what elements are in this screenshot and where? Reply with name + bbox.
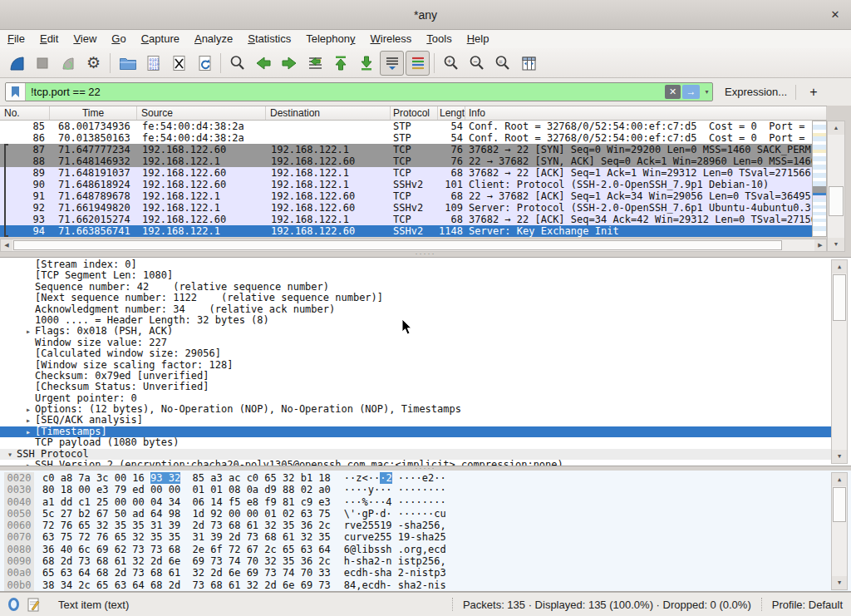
open-file-button[interactable] [115,51,139,76]
hex-row[interactable]: 0040a1 dd c1 25 00 00 04 34 06 14 f5 e8 … [0,496,851,508]
hex-bytes[interactable]: 80 18 00 e3 79 ed 00 00 01 01 08 0a d9 8… [42,484,331,495]
scrollbar-thumb[interactable] [829,186,844,216]
zoom-out-button[interactable]: − [465,51,489,76]
scroll-right-icon[interactable] [814,239,826,251]
scroll-down-icon[interactable] [832,450,847,463]
scroll-up-icon[interactable] [828,121,844,135]
detail-line[interactable]: Checksum: 0x79ed [unverified] [0,371,831,382]
menu-item[interactable]: Tools [419,30,459,48]
hex-bytes[interactable]: 5c 27 b2 67 50 ad 64 98 1d 92 00 00 01 0… [42,508,331,520]
menu-item[interactable]: Statistics [240,30,298,48]
detail-line[interactable]: [Stream index: 0] [0,259,831,270]
filter-clear-button[interactable] [665,85,681,99]
packet-row[interactable]: 8568.001734936fe:54:00:d4:38:2aSTP54Conf… [0,121,812,132]
details-scrollbar[interactable] [831,259,848,464]
expand-arrow-icon[interactable]: ▸ [22,404,35,415]
resize-columns-button[interactable] [516,51,540,76]
packet-list-hscrollbar[interactable] [0,239,827,252]
packet-row[interactable]: 8971.648191037192.168.122.60192.168.122.… [0,167,812,179]
packet-row[interactable]: 9071.648618924192.168.122.60192.168.122.… [0,179,812,190]
filter-bookmark-button[interactable] [6,83,26,101]
packet-row[interactable]: 8670.013850163fe:54:00:d4:38:2aSTP54Conf… [0,132,812,144]
menu-item[interactable]: Telephony [298,30,362,48]
menu-item[interactable]: Analyze [187,30,240,48]
expand-arrow-icon[interactable]: ▸ [22,460,35,466]
reload-file-button[interactable] [192,51,216,76]
packet-row[interactable]: 9171.648789678192.168.122.1192.168.122.6… [0,190,812,202]
menu-item[interactable]: File [0,30,32,48]
column-header[interactable]: Protocol [391,106,438,120]
ascii-bytes[interactable]: ····y··· ········ [344,484,446,495]
filter-input[interactable] [26,86,665,98]
ascii-bytes[interactable]: 84,ecdh- sha2-nis [344,579,446,591]
zoom-reset-button[interactable]: = [490,51,514,76]
expression-button[interactable]: Expression... [725,86,787,98]
close-file-button[interactable] [166,51,190,76]
go-forward-button[interactable] [277,51,301,76]
menu-item[interactable]: Help [460,30,497,48]
hex-bytes[interactable]: c0 a8 7a 3c 00 16 93 32 85 a3 ac c0 65 3… [42,472,331,484]
stop-capture-button[interactable] [30,51,54,76]
hex-row[interactable]: 008036 40 6c 69 62 73 73 68 2e 6f 72 67 … [0,544,851,555]
detail-line[interactable]: [Window size scaling factor: 128] [0,360,831,371]
packet-row[interactable]: 9371.662015274192.168.122.60192.168.122.… [0,214,812,225]
scrollbar-thumb[interactable] [833,487,846,522]
zoom-in-button[interactable]: + [439,51,463,76]
display-filter-field[interactable] [5,82,713,101]
colorize-toggle[interactable] [406,51,430,76]
detail-line[interactable]: ▸[Timestamps] [0,426,831,437]
hex-bytes[interactable]: 68 2d 73 68 61 32 2d 6e 69 73 74 70 32 3… [42,555,331,567]
filter-dropdown-caret-icon[interactable] [701,85,712,99]
menu-item[interactable]: Wireless [363,30,420,48]
detail-line[interactable]: Window size value: 227 [0,338,831,348]
close-icon[interactable] [828,7,843,22]
intelligent-scrollbar-minimap[interactable] [812,121,827,237]
go-first-button[interactable] [328,51,352,76]
restart-capture-button[interactable] [56,51,80,76]
detail-line[interactable]: [Calculated window size: 29056] [0,348,831,359]
scroll-left-icon[interactable] [1,239,12,251]
ascii-bytes[interactable]: ··z<···2 ····e2·· [344,472,446,484]
start-capture-button[interactable] [4,51,28,76]
expand-arrow-icon[interactable]: ▸ [22,326,35,337]
hex-row[interactable]: 00a065 63 64 68 2d 73 68 61 32 2d 6e 69 … [0,567,851,579]
hex-row[interactable]: 007063 75 72 76 65 32 35 35 31 39 2d 73 … [0,531,851,543]
menu-item[interactable]: Go [104,30,133,48]
find-packet-button[interactable] [225,51,249,76]
detail-line[interactable]: Sequence number: 42 (relative sequence n… [0,282,831,293]
bytes-scrollbar[interactable] [831,472,848,590]
ascii-bytes[interactable]: \'·gP·d· ······cu [344,508,446,520]
hex-row[interactable]: 009068 2d 73 68 61 32 2d 6e 69 73 74 70 … [0,555,851,567]
hex-bytes[interactable]: 38 34 2c 65 63 64 68 2d 73 68 61 32 2d 6… [42,579,331,591]
column-header[interactable]: No. [0,106,50,120]
profile-selector[interactable]: Profile: Default [772,599,843,611]
hex-row[interactable]: 003080 18 00 e3 79 ed 00 00 01 01 08 0a … [0,484,851,495]
hex-bytes[interactable]: 72 76 65 32 35 35 31 39 2d 73 68 61 32 3… [42,520,331,531]
detail-line[interactable]: [Checksum Status: Unverified] [0,382,831,392]
packet-list-scrollbar[interactable] [827,121,845,252]
detail-line[interactable]: [TCP Segment Len: 1080] [0,270,831,281]
detail-line[interactable]: 1000 .... = Header Length: 32 bytes (8) [0,315,831,326]
hex-row[interactable]: 00505c 27 b2 67 50 ad 64 98 1d 92 00 00 … [0,508,851,520]
column-header[interactable]: Info [465,106,827,120]
menu-item[interactable]: Edit [32,30,66,48]
detail-line[interactable]: ▸Options: (12 bytes), No-Operation (NOP)… [0,404,831,415]
column-header[interactable]: Time [50,106,137,120]
scroll-down-icon[interactable] [828,238,844,251]
detail-line[interactable]: Urgent pointer: 0 [0,393,831,404]
ascii-bytes[interactable]: ecdh-sha 2-nistp3 [344,567,446,579]
hscrollbar-thumb[interactable] [13,240,782,250]
detail-line[interactable]: ▸[SEQ/ACK analysis] [0,415,831,426]
detail-line[interactable]: ▾SSH Protocol [0,449,831,460]
column-header[interactable]: Source [137,106,266,120]
capture-comment-icon[interactable] [27,598,40,612]
scroll-up-icon[interactable] [832,260,847,274]
ascii-bytes[interactable]: ···%···4 ········ [344,496,446,508]
packet-row[interactable]: 9471.663856741192.168.122.1192.168.122.6… [0,225,812,237]
column-header[interactable]: Length [438,106,465,120]
filter-apply-button[interactable] [682,85,700,99]
detail-line[interactable]: [Next sequence number: 1122 (relative se… [0,293,831,303]
ascii-bytes[interactable]: curve255 19-sha25 [344,531,446,543]
packet-row[interactable]: 8771.647777234192.168.122.60192.168.122.… [0,144,812,155]
ascii-bytes[interactable]: 6@libssh .org,ecd [344,544,446,555]
